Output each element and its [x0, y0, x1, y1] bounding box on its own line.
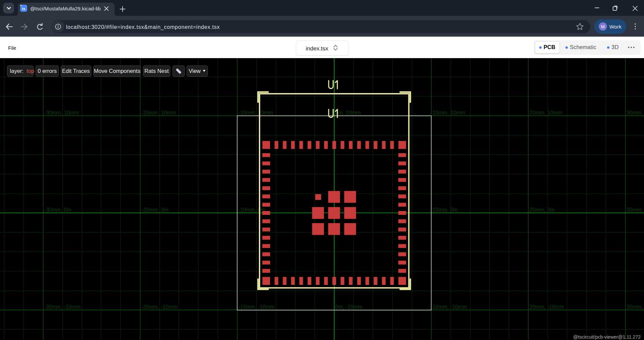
svg-text:-10mm, 0m: -10mm, 0m: [238, 207, 266, 213]
svg-text:-30mm, 10mm: -30mm, 10mm: [44, 110, 79, 116]
svg-text:-10mm, 10mm: -10mm, 10mm: [238, 110, 273, 116]
svg-text:Work: Work: [609, 24, 622, 30]
svg-text:-30mm, -10mm: -30mm, -10mm: [44, 304, 81, 310]
svg-text:-20mm, -10mm: -20mm, -10mm: [141, 304, 178, 310]
svg-text:30mm, -10mm: 30mm, -10mm: [627, 304, 644, 310]
svg-text:-10mm, -10mm: -10mm, -10mm: [238, 304, 275, 310]
svg-text:0m, -10mm: 0m, -10mm: [335, 304, 363, 310]
svg-text:@tscircuit/pcb-viewer@1.11.272: @tscircuit/pcb-viewer@1.11.272: [573, 334, 641, 340]
svg-text:20mm, -10mm: 20mm, -10mm: [530, 304, 564, 310]
svg-text:30mm, 0m: 30mm, 0m: [627, 207, 644, 213]
svg-text:M: M: [601, 24, 605, 29]
svg-text:-30mm, 0m: -30mm, 0m: [44, 207, 72, 213]
svg-text:ts: ts: [22, 7, 26, 11]
svg-text:10mm, 0m: 10mm, 0m: [432, 207, 458, 213]
svg-text:20mm, 10mm: 20mm, 10mm: [530, 110, 562, 116]
svg-text:-20mm, 10mm: -20mm, 10mm: [141, 110, 176, 116]
svg-text:10mm, -10mm: 10mm, -10mm: [432, 304, 467, 310]
svg-text:0m, 10mm: 0m, 10mm: [335, 110, 361, 116]
svg-text:30mm, 10mm: 30mm, 10mm: [627, 110, 644, 116]
svg-text:-20mm, 0m: -20mm, 0m: [141, 207, 169, 213]
svg-text:20mm, 0m: 20mm, 0m: [530, 207, 555, 213]
svg-text:10mm, 10mm: 10mm, 10mm: [432, 110, 465, 116]
